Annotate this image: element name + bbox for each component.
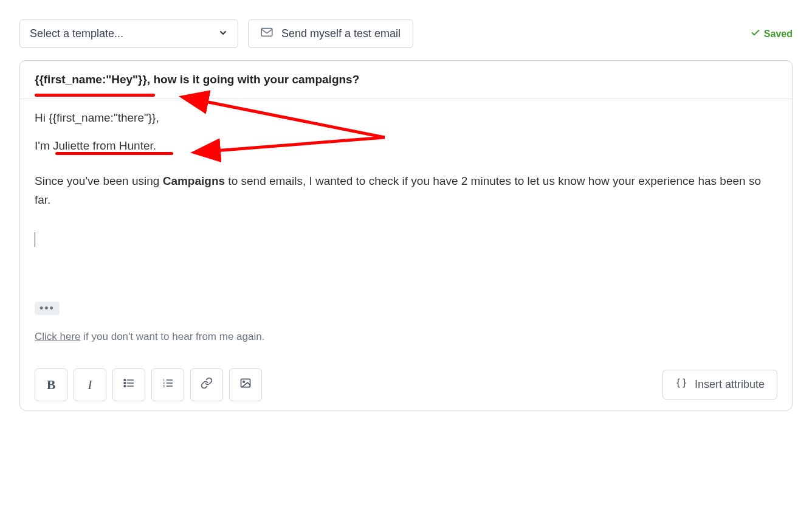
bold-button[interactable]: B — [35, 368, 67, 401]
email-body-content[interactable]: I'm Juliette from Hunter. Since you've b… — [20, 125, 792, 302]
link-button[interactable] — [190, 368, 223, 401]
text-cursor — [35, 232, 35, 247]
svg-text:3: 3 — [163, 384, 165, 388]
chevron-down-icon — [218, 28, 228, 40]
check-icon — [751, 28, 760, 40]
unsubscribe-rest: if you don't want to hear from me again. — [81, 331, 265, 342]
template-select-placeholder: Select a template... — [30, 27, 123, 40]
email-body-editor[interactable]: Hi {{first_name:"there"}}, — [20, 99, 792, 125]
image-button[interactable] — [229, 368, 262, 401]
subject-input[interactable]: {{first_name:"Hey"}}, how is it going wi… — [20, 61, 792, 99]
unsubscribe-line: Click here if you don't want to hear fro… — [20, 331, 792, 360]
italic-button[interactable]: I — [74, 368, 106, 401]
unsubscribe-link[interactable]: Click here — [35, 331, 81, 342]
saved-label: Saved — [764, 29, 793, 40]
body-para-2: Since you've been using Campaigns to sen… — [35, 172, 777, 209]
email-editor: {{first_name:"Hey"}}, how is it going wi… — [19, 60, 793, 410]
image-icon — [239, 377, 252, 392]
send-test-email-label: Send myself a test email — [281, 27, 401, 40]
link-icon — [201, 377, 213, 392]
greeting-text: Hi {{first_name:"there"}}, — [35, 111, 159, 124]
bullet-list-icon — [123, 377, 135, 392]
svg-point-14 — [243, 381, 245, 383]
template-select[interactable]: Select a template... — [19, 19, 238, 48]
numbered-list-icon: 123 — [162, 377, 174, 392]
svg-point-4 — [124, 379, 126, 381]
bullet-list-button[interactable] — [112, 368, 145, 401]
numbered-list-button[interactable]: 123 — [151, 368, 184, 401]
svg-rect-0 — [261, 29, 272, 36]
collapsed-content-icon[interactable]: ••• — [35, 302, 60, 315]
mail-icon — [261, 27, 273, 40]
svg-point-5 — [124, 382, 126, 384]
insert-attribute-button[interactable]: Insert attribute — [662, 370, 777, 399]
editor-toolbar: B I 123 Insert attribute — [20, 360, 792, 410]
braces-icon — [675, 378, 687, 392]
svg-point-6 — [124, 386, 126, 387]
top-row: Select a template... Send myself a test … — [19, 19, 793, 48]
saved-status: Saved — [751, 28, 793, 40]
body-para-1: I'm Juliette from Hunter. — [35, 137, 777, 155]
insert-attribute-label: Insert attribute — [695, 378, 765, 391]
subject-text: {{first_name:"Hey"}}, how is it going wi… — [35, 73, 359, 86]
send-test-email-button[interactable]: Send myself a test email — [248, 19, 413, 48]
